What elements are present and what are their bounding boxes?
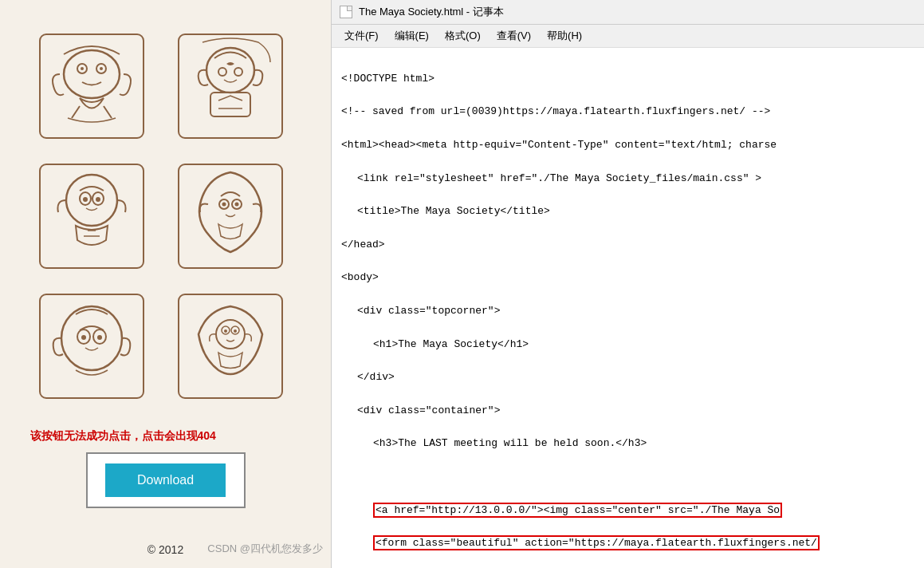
glyph-6 bbox=[169, 284, 293, 408]
code-line-11: <div class="container"> bbox=[341, 403, 914, 420]
menu-help[interactable]: 帮助(H) bbox=[541, 27, 588, 45]
svg-point-33 bbox=[234, 329, 237, 333]
notepad-window: The Maya Society.html - 记事本 文件(F) 编辑(E) … bbox=[331, 0, 924, 568]
code-line-10: </div> bbox=[341, 369, 914, 386]
code-line-4: <link rel="stylesheet" href="./The Maya … bbox=[341, 171, 914, 187]
notepad-title: The Maya Society.html - 记事本 bbox=[359, 5, 504, 19]
svg-point-3 bbox=[81, 67, 84, 70]
glyph-4 bbox=[169, 154, 293, 278]
svg-point-27 bbox=[97, 335, 102, 340]
highlight-form: <form class="beautiful" action="https://… bbox=[373, 535, 820, 550]
svg-point-32 bbox=[224, 329, 227, 333]
left-panel: 该按钮无法成功点击，点击会出现404 Download © 2012 CSDN … bbox=[0, 0, 331, 568]
svg-point-9 bbox=[234, 68, 242, 76]
csdn-watermark: CSDN @四代机您发多少 bbox=[207, 542, 323, 556]
code-line-8: <div class="topcorner"> bbox=[341, 303, 914, 320]
menu-edit[interactable]: 编辑(E) bbox=[388, 27, 435, 45]
download-button-container: Download bbox=[86, 452, 246, 508]
code-line-1: <!DOCTYPE html> bbox=[341, 71, 914, 88]
svg-point-26 bbox=[81, 335, 86, 340]
svg-point-8 bbox=[218, 68, 226, 76]
glyph-1 bbox=[30, 24, 154, 148]
notepad-titlebar: The Maya Society.html - 记事本 bbox=[332, 0, 924, 25]
code-line-13 bbox=[341, 469, 914, 486]
svg-rect-28 bbox=[179, 294, 282, 398]
footer-copyright: © 2012 bbox=[147, 543, 183, 556]
warning-text: 该按钮无法成功点击，点击会出现404 bbox=[30, 428, 301, 444]
code-line-2: <!-- saved from url=(0039)https://maya.f… bbox=[341, 104, 914, 120]
code-line-3: <html><head><meta http-equiv="Content-Ty… bbox=[341, 137, 914, 154]
code-line-6: </head> bbox=[341, 237, 914, 254]
code-line-14: <a href="http://13.0.0.0/"><img class="c… bbox=[341, 503, 914, 519]
svg-point-5 bbox=[100, 67, 103, 70]
svg-point-12 bbox=[66, 175, 117, 226]
code-line-15: <form class="beautiful" action="https://… bbox=[341, 535, 914, 552]
svg-point-1 bbox=[64, 50, 120, 98]
highlight-anchor: <a href="http://13.0.0.0/"><img class="c… bbox=[373, 503, 782, 518]
code-line-5: <title>The Maya Society</title> bbox=[341, 203, 914, 220]
menu-file[interactable]: 文件(F) bbox=[338, 27, 385, 45]
svg-point-23 bbox=[61, 306, 122, 370]
maya-glyphs-grid bbox=[14, 8, 317, 424]
notepad-icon bbox=[340, 6, 352, 18]
svg-point-15 bbox=[83, 197, 88, 202]
download-button[interactable]: Download bbox=[105, 463, 226, 497]
glyph-3 bbox=[30, 154, 154, 278]
notepad-content[interactable]: <!DOCTYPE html> <!-- saved from url=(003… bbox=[332, 48, 924, 568]
svg-point-21 bbox=[235, 202, 239, 206]
notepad-menubar[interactable]: 文件(F) 编辑(E) 格式(O) 查看(V) 帮助(H) bbox=[332, 25, 924, 48]
svg-point-29 bbox=[216, 320, 245, 349]
menu-view[interactable]: 查看(V) bbox=[490, 27, 537, 45]
svg-point-20 bbox=[222, 202, 226, 206]
code-line-9: <h1>The Maya Society</h1> bbox=[341, 337, 914, 353]
svg-point-7 bbox=[206, 48, 254, 93]
menu-format[interactable]: 格式(O) bbox=[438, 27, 487, 45]
code-line-12: <h3>The LAST meeting will be held soon.<… bbox=[341, 436, 914, 452]
glyph-2 bbox=[169, 24, 293, 148]
svg-point-16 bbox=[96, 197, 100, 202]
svg-rect-11 bbox=[40, 164, 144, 268]
glyph-5 bbox=[30, 284, 154, 408]
code-line-7: <body> bbox=[341, 270, 914, 286]
